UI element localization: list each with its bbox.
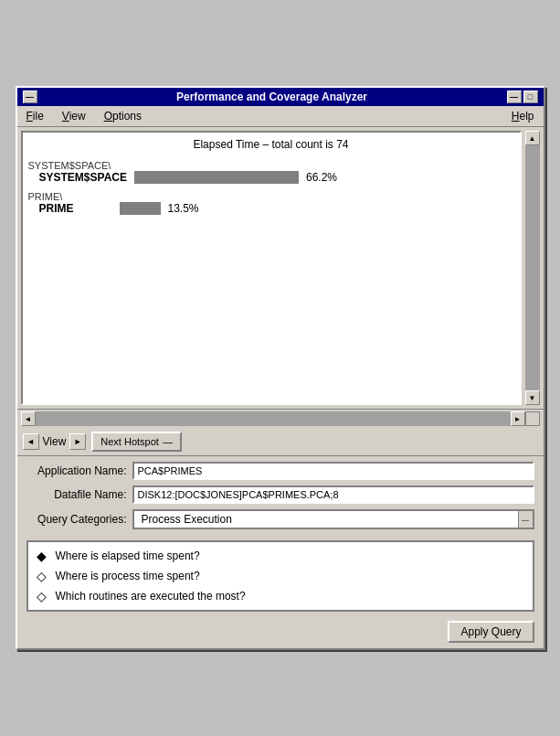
app-name-label: Application Name: [26,464,127,477]
perf-path-system: SYSTEM$SPACE\ [28,160,514,171]
window-title: Performance and Coverage Analyzer [37,91,507,103]
next-hotspot-label: Next Hotspot [100,436,159,447]
horizontal-scroll-area: ◄ ► [17,409,544,428]
perf-item-system: SYSTEM$SPACE\ SYSTEM$SPACE 66.2% [28,160,514,184]
elapsed-title: Elapsed Time – total count is 74 [28,138,514,151]
vertical-scrollbar[interactable]: ▲ ▼ [525,131,540,405]
radio-diamond-1: ◇ [36,570,48,582]
app-name-row: Application Name: [26,462,534,480]
query-option-0[interactable]: ◆ Where is elapsed time spent? [36,549,525,562]
query-dropdown[interactable]: Process Execution — [132,509,534,529]
perf-bar-system [134,171,299,184]
scroll-track[interactable] [525,145,540,390]
scroll-up-button[interactable]: ▲ [525,131,540,145]
hscroll-track[interactable] [36,411,511,426]
menu-view[interactable]: View [57,108,91,124]
bottom-bar: Apply Query [17,617,544,648]
title-bar: — Performance and Coverage Analyzer — □ [17,88,544,106]
minimize-button[interactable]: — [507,91,522,103]
perf-item-prime: PRIME\ PRIME 13.5% [28,191,514,215]
menu-options[interactable]: Options [99,108,147,124]
view-back-button[interactable]: ◄ [23,433,39,450]
perf-bar-prime [120,202,161,215]
scroll-right-button[interactable]: ► [511,411,525,426]
perf-pct-system: 66.2% [306,171,337,184]
query-dropdown-text: Process Execution [134,511,518,528]
scroll-left-button[interactable]: ◄ [21,411,36,426]
chart-area: Elapsed Time – total count is 74 SYSTEM$… [17,127,544,409]
menu-bar: File View Options Help [17,106,544,127]
query-options-box: ◆ Where is elapsed time spent? ◇ Where i… [26,540,534,612]
main-window: — Performance and Coverage Analyzer — □ … [16,86,545,650]
perf-name-system: SYSTEM$SPACE [39,171,127,184]
datafile-label: Datafile Name: [26,488,127,501]
apply-query-button[interactable]: Apply Query [448,621,534,643]
query-row: Query Categories: Process Execution — [26,509,534,529]
view-label: View [41,435,69,448]
menu-file[interactable]: File [21,108,49,124]
datafile-row: Datafile Name: [26,485,534,504]
next-hotspot-icon: — [163,436,173,447]
perf-pct-prime: 13.5% [168,202,199,215]
app-name-input[interactable] [132,462,534,480]
maximize-button[interactable]: □ [523,91,538,103]
query-option-label-1: Where is process time spent? [56,570,200,582]
radio-diamond-2: ◇ [36,590,48,603]
performance-panel: Elapsed Time – total count is 74 SYSTEM$… [21,131,522,405]
query-label: Query Categories: [26,513,127,526]
radio-diamond-0: ◆ [36,549,48,562]
scroll-down-button[interactable]: ▼ [525,390,540,405]
query-option-label-2: Which routines are executed the most? [56,590,246,603]
view-forward-button[interactable]: ► [69,433,86,450]
query-option-1[interactable]: ◇ Where is process time spent? [36,570,525,582]
view-group: ◄ View ► [23,433,87,450]
datafile-input[interactable] [132,485,534,504]
query-option-2[interactable]: ◇ Which routines are executed the most? [36,590,525,603]
query-dropdown-button[interactable]: — [518,511,533,528]
menu-help[interactable]: Help [506,108,540,124]
toolbar: ◄ View ► Next Hotspot — [17,428,544,456]
query-option-label-0: Where is elapsed time spent? [56,549,200,562]
system-menu-button[interactable]: — [23,91,37,103]
perf-path-prime: PRIME\ [28,191,514,202]
corner-box [525,411,540,426]
form-area: Application Name: Datafile Name: Query C… [17,456,544,535]
perf-name-prime: PRIME [39,202,112,215]
next-hotspot-button[interactable]: Next Hotspot — [91,432,182,452]
